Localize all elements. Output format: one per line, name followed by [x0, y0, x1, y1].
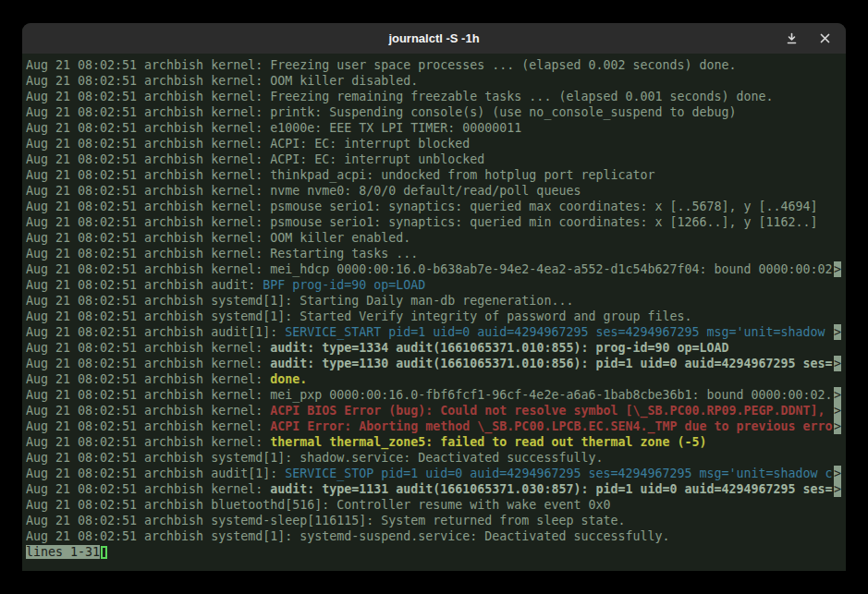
log-line: Aug 21 08:02:51 archbish systemd-sleep[1… [26, 513, 841, 528]
log-line: Aug 21 08:02:51 archbish kernel: ACPI: E… [26, 152, 841, 167]
log-line: Aug 21 08:02:51 archbish kernel: Freezin… [26, 57, 841, 73]
log-line: Aug 21 08:02:51 archbish kernel: audit: … [26, 340, 841, 356]
log-segment: Aug 21 08:02:51 archbish kernel: ACPI: E… [26, 137, 470, 151]
log-line: Aug 21 08:02:51 archbish kernel: ACPI Er… [26, 418, 841, 434]
titlebar[interactable]: journalctl -S -1h [22, 23, 846, 54]
log-segment: Aug 21 08:02:51 archbish kernel: [26, 372, 270, 386]
log-segment: Aug 21 08:02:51 archbish kernel: OOM kil… [26, 231, 410, 245]
log-lines: Aug 21 08:02:51 archbish kernel: Freezin… [26, 57, 841, 544]
truncation-marker: > [834, 261, 841, 277]
log-segment: Aug 21 08:02:51 archbish kernel: printk:… [26, 105, 737, 119]
log-segment: Aug 21 08:02:51 archbish kernel: ACPI: E… [26, 152, 484, 166]
log-segment: Aug 21 08:02:51 archbish kernel: [26, 404, 270, 418]
log-line: Aug 21 08:02:51 archbish kernel: nvme nv… [26, 183, 841, 199]
log-line: Aug 21 08:02:51 archbish systemd[1]: sha… [26, 450, 841, 466]
truncation-marker: > [834, 324, 841, 340]
log-segment: Aug 21 08:02:51 archbish kernel: [26, 435, 270, 449]
log-line: Aug 21 08:02:51 archbish kernel: e1000e:… [26, 120, 841, 136]
log-segment: Aug 21 08:02:51 archbish kernel: e1000e:… [26, 121, 521, 135]
log-segment: Aug 21 08:02:51 archbish audit: [26, 278, 263, 292]
log-segment: audit: type=1334 audit(1661065371.010:85… [270, 341, 728, 355]
log-segment: Aug 21 08:02:51 archbish kernel: psmouse… [26, 200, 818, 213]
truncation-marker: > [834, 481, 841, 497]
truncation-marker: > [834, 387, 841, 403]
log-line: Aug 21 08:02:51 archbish audit: BPF prog… [26, 277, 841, 293]
log-line: Aug 21 08:02:51 archbish systemd[1]: Sta… [26, 309, 841, 324]
window-title: journalctl -S -1h [388, 31, 479, 45]
terminal-window: journalctl -S -1h Aug 21 08:02:5 [22, 23, 846, 571]
log-segment: Aug 21 08:02:51 archbish kernel: Restart… [26, 247, 418, 261]
log-line: Aug 21 08:02:51 archbish kernel: OOM kil… [26, 73, 841, 89]
log-segment: SERVICE_START pid=1 uid=0 auid=429496729… [285, 325, 832, 339]
log-segment: Aug 21 08:02:51 archbish systemd[1]: Sta… [26, 309, 692, 323]
terminal-cursor [101, 546, 107, 559]
log-segment: Aug 21 08:02:51 archbish kernel: [26, 482, 270, 496]
log-line: Aug 21 08:02:51 archbish audit[1]: SERVI… [26, 324, 841, 340]
terminal-content[interactable]: Aug 21 08:02:51 archbish kernel: Freezin… [22, 54, 846, 571]
close-icon [820, 33, 830, 43]
log-segment: Aug 21 08:02:51 archbish kernel: thinkpa… [26, 168, 654, 182]
log-segment: ACPI BIOS Error (bug): Could not resolve… [270, 404, 832, 418]
log-line: Aug 21 08:02:51 archbish kernel: psmouse… [26, 214, 841, 230]
log-segment: Aug 21 08:02:51 archbish systemd[1]: sys… [26, 529, 669, 543]
log-segment: Aug 21 08:02:51 archbish kernel: [26, 419, 270, 433]
log-segment: Aug 21 08:02:51 archbish audit[1]: [26, 467, 285, 480]
log-segment: Aug 21 08:02:51 archbish bluetoothd[516]… [26, 498, 610, 512]
log-line: Aug 21 08:02:51 archbish systemd[1]: sys… [26, 528, 841, 544]
log-segment: audit: type=1131 audit(1661065371.030:85… [270, 482, 832, 496]
log-line: Aug 21 08:02:51 archbish kernel: mei_pxp… [26, 387, 841, 403]
log-line: Aug 21 08:02:51 archbish kernel: printk:… [26, 104, 841, 120]
truncation-marker: > [834, 418, 841, 434]
log-segment: BPF prog-id=90 op=LOAD [263, 278, 425, 292]
titlebar-controls [781, 23, 835, 54]
log-segment: Aug 21 08:02:51 archbish kernel: [26, 357, 270, 370]
log-line: Aug 21 08:02:51 archbish kernel: audit: … [26, 481, 841, 497]
log-line: Aug 21 08:02:51 archbish systemd[1]: Sta… [26, 293, 841, 309]
log-segment: audit: type=1130 audit(1661065371.010:85… [270, 357, 832, 370]
truncation-marker: > [834, 356, 841, 371]
truncation-marker: > [834, 466, 841, 481]
log-segment: Aug 21 08:02:51 archbish kernel: Freezin… [26, 90, 774, 103]
download-icon [786, 32, 798, 44]
log-segment: Aug 21 08:02:51 archbish systemd-sleep[1… [26, 514, 625, 527]
log-line: Aug 21 08:02:51 archbish kernel: Restart… [26, 246, 841, 261]
log-segment: done. [270, 372, 307, 386]
log-line: Aug 21 08:02:51 archbish kernel: Freezin… [26, 89, 841, 104]
log-line: Aug 21 08:02:51 archbish kernel: psmouse… [26, 199, 841, 214]
log-line: Aug 21 08:02:51 archbish kernel: OOM kil… [26, 230, 841, 246]
pager-status-line: lines 1-31 [26, 544, 841, 560]
log-line: Aug 21 08:02:51 archbish bluetoothd[516]… [26, 497, 841, 513]
log-segment: Aug 21 08:02:51 archbish kernel: mei_pxp… [26, 388, 833, 402]
log-segment: Aug 21 08:02:51 archbish kernel: psmouse… [26, 215, 818, 229]
log-line: Aug 21 08:02:51 archbish kernel: thinkpa… [26, 167, 841, 183]
download-button[interactable] [781, 29, 801, 49]
log-segment: Aug 21 08:02:51 archbish kernel: mei_hdc… [26, 262, 833, 276]
log-segment: Aug 21 08:02:51 archbish kernel: nvme nv… [26, 184, 581, 198]
log-segment: Aug 21 08:02:51 archbish systemd[1]: Sta… [26, 294, 573, 308]
log-segment: Aug 21 08:02:51 archbish audit[1]: [26, 325, 285, 339]
log-segment: Aug 21 08:02:51 archbish kernel: Freezin… [26, 58, 737, 72]
log-line: Aug 21 08:02:51 archbish kernel: done. [26, 371, 841, 387]
close-button[interactable] [814, 29, 835, 49]
log-segment: Aug 21 08:02:51 archbish kernel: [26, 341, 270, 355]
log-segment: SERVICE_STOP pid=1 uid=0 auid=4294967295… [285, 467, 832, 480]
log-line: Aug 21 08:02:51 archbish kernel: mei_hdc… [26, 261, 841, 277]
log-segment: Aug 21 08:02:51 archbish kernel: OOM kil… [26, 74, 418, 88]
log-segment: Aug 21 08:02:51 archbish systemd[1]: sha… [26, 451, 603, 465]
log-segment: ACPI Error: Aborting method \_SB.PC00.LP… [270, 419, 832, 433]
pager-status-text: lines 1-31 [26, 545, 100, 559]
log-line: Aug 21 08:02:51 archbish kernel: audit: … [26, 356, 841, 371]
log-line: Aug 21 08:02:51 archbish kernel: thermal… [26, 434, 841, 450]
log-line: Aug 21 08:02:51 archbish audit[1]: SERVI… [26, 466, 841, 481]
log-line: Aug 21 08:02:51 archbish kernel: ACPI: E… [26, 136, 841, 152]
truncation-marker: > [834, 403, 841, 418]
log-segment: thermal thermal_zone5: failed to read ou… [270, 435, 706, 449]
log-line: Aug 21 08:02:51 archbish kernel: ACPI BI… [26, 403, 841, 418]
